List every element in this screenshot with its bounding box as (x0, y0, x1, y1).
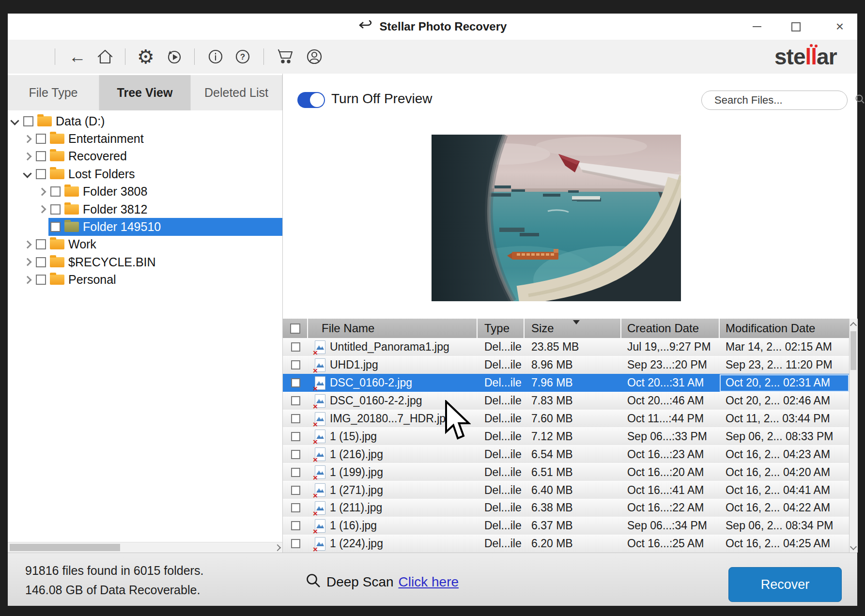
scrollbar-thumb[interactable] (850, 331, 856, 370)
image-file-icon (315, 465, 325, 479)
chevron-right-icon[interactable] (21, 238, 34, 251)
scroll-down-icon[interactable] (850, 544, 856, 550)
search-box[interactable] (701, 91, 848, 110)
left-panel: File Type Tree View Deleted List Data (D… (8, 74, 283, 553)
horizontal-scrollbar[interactable] (8, 542, 282, 553)
tree-checkbox[interactable] (36, 239, 46, 249)
home-icon[interactable] (96, 48, 114, 65)
column-header-file-name[interactable]: File Name (308, 319, 478, 338)
chevron-right-icon[interactable] (21, 150, 34, 163)
table-row[interactable]: DSC_0160-2-2.jpg Del...ile 7.83 MB Oct 2… (283, 392, 849, 410)
row-checkbox[interactable] (291, 521, 300, 530)
close-button[interactable]: × (826, 17, 854, 36)
chevron-right-icon[interactable] (36, 185, 48, 198)
tree-checkbox[interactable] (36, 257, 46, 267)
chevron-right-icon[interactable] (21, 256, 34, 268)
tree-item-personal[interactable]: Personal (8, 271, 282, 289)
tree-item-folder-149510[interactable]: Folder 149510 (8, 218, 282, 235)
tree-item-recycle-bin[interactable]: $RECYCLE.BIN (8, 253, 282, 271)
select-all-checkbox[interactable] (290, 323, 300, 334)
row-checkbox[interactable] (291, 503, 300, 512)
row-checkbox[interactable] (291, 432, 300, 441)
table-row[interactable]: 1 (216).jpg Del...ile 6.54 MB Oct 16...:… (283, 445, 849, 463)
minimize-button[interactable] (743, 17, 771, 36)
table-row[interactable]: 1 (271).jpg Del...ile 6.40 MB Oct 16...:… (283, 481, 849, 499)
table-row[interactable]: 1 (16).jpg Del...ile 6.37 MB Sep 06...:3… (283, 517, 849, 535)
row-checkbox[interactable] (291, 468, 300, 477)
tab-deleted-list[interactable]: Deleted List (191, 75, 282, 110)
deep-scan-search-icon (305, 572, 322, 592)
image-file-icon (315, 376, 325, 390)
history-icon[interactable] (165, 47, 184, 66)
deep-scan-label: Deep Scan (326, 574, 394, 590)
row-checkbox[interactable] (291, 396, 300, 405)
help-icon[interactable]: ? (233, 47, 252, 66)
table-row[interactable]: 1 (224).jpg Del...ile 6.20 MB Oct 16...:… (283, 535, 849, 553)
row-checkbox[interactable] (291, 342, 300, 352)
preview-toggle[interactable] (297, 92, 325, 108)
row-checkbox[interactable] (291, 360, 300, 370)
search-icon[interactable] (855, 94, 865, 107)
tree-item-lost-folders[interactable]: Lost Folders (8, 165, 282, 183)
table-row-selected[interactable]: DSC_0160-2.jpg Del...ile 7.96 MB Oct 20.… (283, 374, 849, 392)
maximize-button[interactable] (782, 17, 810, 36)
tree-checkbox[interactable] (50, 222, 61, 232)
menu-icon[interactable] (21, 51, 39, 62)
tab-tree-view[interactable]: Tree View (99, 75, 191, 110)
tree-item-folder-3808[interactable]: Folder 3808 (8, 183, 282, 200)
scrollbar-thumb[interactable] (10, 544, 120, 551)
recover-button[interactable]: Recover (728, 567, 842, 602)
tree-checkbox[interactable] (23, 116, 33, 126)
chevron-right-icon[interactable] (36, 203, 48, 216)
app-window: Stellar Photo Recovery × ← ⚙ ? st (8, 14, 857, 605)
table-row[interactable]: Untitled_Panorama1.jpg Del...ile 23.85 M… (283, 338, 849, 356)
cart-icon[interactable] (276, 47, 296, 66)
tree-checkbox[interactable] (36, 151, 46, 161)
chevron-down-icon[interactable] (21, 168, 34, 180)
row-checkbox[interactable] (291, 539, 300, 548)
row-checkbox[interactable] (291, 378, 300, 387)
account-icon[interactable] (305, 47, 324, 66)
info-icon[interactable] (206, 47, 225, 66)
folder-icon (37, 116, 52, 126)
chevron-right-icon[interactable] (21, 274, 34, 286)
chevron-down-icon[interactable] (9, 115, 21, 127)
table-row[interactable]: 1 (15).jpg Del...ile 7.12 MB Sep 06...:3… (283, 427, 849, 445)
tree-checkbox[interactable] (50, 204, 61, 215)
tree-checkbox[interactable] (50, 186, 61, 197)
tree-checkbox[interactable] (36, 169, 46, 179)
tree-item-folder-3812[interactable]: Folder 3812 (8, 200, 282, 218)
tree-item-work[interactable]: Work (8, 236, 282, 253)
chevron-right-icon[interactable] (21, 133, 34, 145)
column-header-size[interactable]: Size (525, 319, 621, 338)
tree-item-recovered[interactable]: Recovered (8, 148, 282, 165)
row-checkbox[interactable] (291, 450, 300, 459)
table-row[interactable]: UHD1.jpg Del...ile 8.96 MB Sep 23...:20 … (283, 356, 849, 374)
preview-image (432, 135, 681, 301)
vertical-scrollbar[interactable] (849, 319, 858, 553)
deep-scan-link[interactable]: Click here (399, 574, 459, 590)
file-table: Untitled_Panorama1.jpg Del...ile 23.85 M… (283, 338, 849, 553)
tree-item-data-d[interactable]: Data (D:) (8, 112, 282, 130)
tree-checkbox[interactable] (36, 134, 46, 144)
scroll-up-icon[interactable] (850, 321, 856, 327)
image-file-icon (315, 340, 325, 354)
column-header-creation-date[interactable]: Creation Date (621, 319, 720, 338)
row-checkbox[interactable] (291, 486, 300, 495)
settings-gear-icon[interactable]: ⚙ (137, 47, 154, 66)
column-header-modification-date[interactable]: Modification Date (720, 319, 849, 338)
maximize-icon (791, 22, 801, 31)
scroll-right-icon[interactable] (275, 544, 281, 550)
back-icon[interactable]: ← (69, 48, 86, 65)
tree-item-entertainment[interactable]: Entertainment (8, 130, 282, 147)
column-header-type[interactable]: Type (478, 319, 525, 338)
tree-checkbox[interactable] (36, 275, 46, 285)
row-checkbox[interactable] (291, 414, 300, 423)
toolbar-separator (194, 48, 195, 65)
table-row[interactable]: IMG_20180...7_HDR.jpg Del...ile 7.60 MB … (283, 410, 849, 428)
table-row[interactable]: 1 (211).jpg Del...ile 6.38 MB Oct 16...:… (283, 499, 849, 517)
search-input[interactable] (702, 93, 855, 107)
table-row[interactable]: 1 (199).jpg Del...ile 6.51 MB Oct 16...:… (283, 463, 849, 481)
tab-file-type[interactable]: File Type (8, 75, 99, 110)
stellar-logo: stellar (774, 40, 837, 74)
